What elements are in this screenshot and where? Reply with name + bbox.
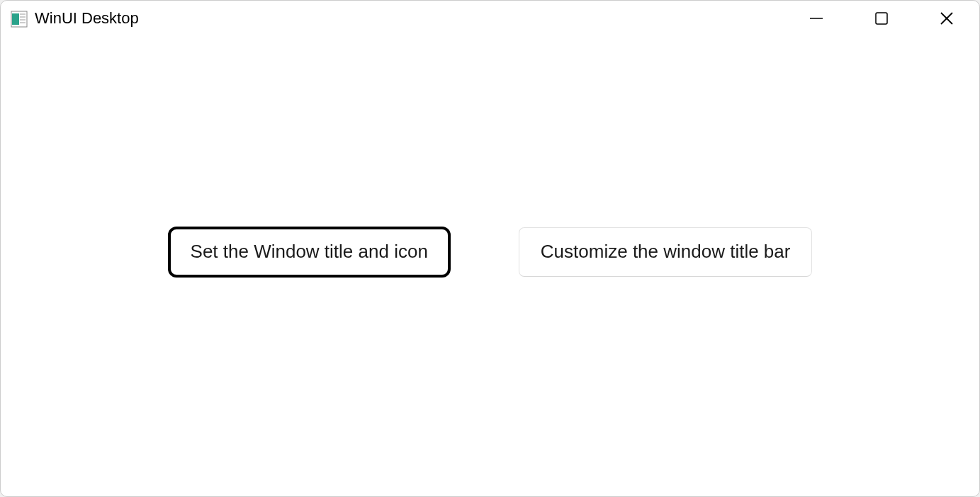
svg-rect-7 [876,13,887,24]
content-area: Set the Window title and icon Customize … [1,36,979,496]
titlebar[interactable]: WinUI Desktop [1,1,979,36]
maximize-button[interactable] [849,1,914,36]
app-title: WinUI Desktop [35,9,139,28]
minimize-button[interactable] [784,1,849,36]
set-title-icon-button[interactable]: Set the Window title and icon [168,227,451,277]
close-button[interactable] [914,1,979,36]
svg-rect-2 [20,13,26,15]
minimize-icon [809,11,823,25]
app-window: WinUI Desktop Set the Window title and [0,0,980,497]
app-icon [11,11,28,28]
close-icon [940,11,954,25]
svg-rect-5 [20,22,26,23]
svg-rect-3 [20,16,26,18]
svg-rect-4 [20,19,26,21]
customize-titlebar-button[interactable]: Customize the window title bar [519,227,813,276]
svg-rect-1 [12,13,19,25]
maximize-icon [875,12,888,25]
window-controls [784,1,979,36]
